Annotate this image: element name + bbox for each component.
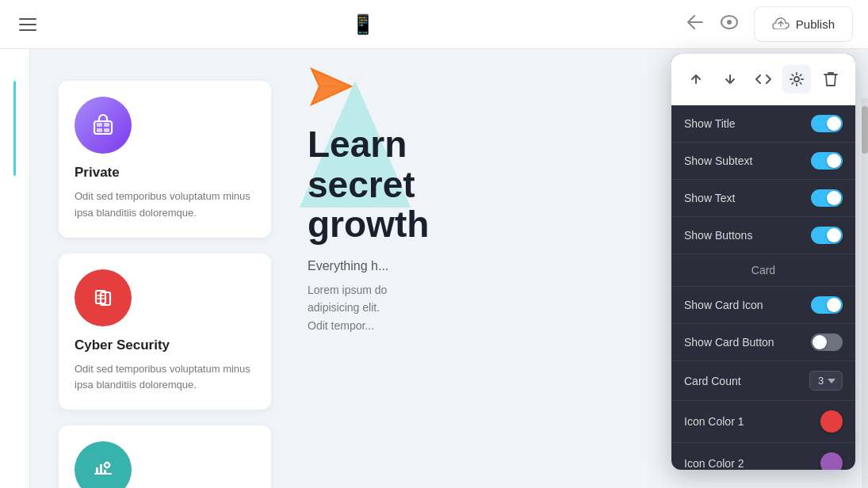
show-card-icon-row: Show Card Icon xyxy=(671,287,855,324)
show-buttons-toggle[interactable] xyxy=(811,227,843,244)
show-subtext-label: Show Subtext xyxy=(684,154,752,167)
show-card-button-row: Show Card Button xyxy=(671,324,855,361)
card-text-private: Odit sed temporibus voluptatum minus ips… xyxy=(75,189,255,222)
show-title-toggle[interactable] xyxy=(811,115,843,132)
hamburger-menu[interactable] xyxy=(16,15,40,34)
left-accent-line xyxy=(13,81,16,176)
card-cybersecurity: Cyber Security Odit sed temporibus volup… xyxy=(59,254,271,410)
svg-rect-4 xyxy=(104,123,109,127)
icon-color-2-row: Icon Color 2 xyxy=(671,443,855,470)
cloud-icon xyxy=(772,15,790,33)
card-text-cybersecurity: Odit sed temporibus voluptatum minus ips… xyxy=(75,361,255,395)
show-subtext-row: Show Subtext xyxy=(671,143,855,180)
back-icon[interactable] xyxy=(686,14,704,34)
right-scrollbar[interactable] xyxy=(862,98,868,488)
header-right: Publish xyxy=(686,7,852,41)
icon-color-1-swatch[interactable] xyxy=(820,410,843,433)
show-subtext-toggle[interactable] xyxy=(811,152,843,170)
toolbar-code[interactable] xyxy=(749,65,778,93)
header-center: 📱 xyxy=(351,13,375,36)
card-count-row: Card Count 3 1 2 4 5 xyxy=(671,361,855,401)
cards-column: Private Odit sed temporibus voluptatum m… xyxy=(46,65,284,488)
svg-rect-5 xyxy=(97,128,102,132)
icon-color-1-row: Icon Color 1 xyxy=(671,401,855,443)
show-card-button-label: Show Card Button xyxy=(684,336,774,349)
left-strip xyxy=(0,49,30,488)
toolbar-move-down[interactable] xyxy=(716,65,744,93)
settings-body: Show Title Show Subtext Show Text Show B… xyxy=(671,105,855,470)
card-private: Private Odit sed temporibus voluptatum m… xyxy=(59,81,271,238)
card-count-label: Card Count xyxy=(684,375,741,387)
show-card-icon-toggle[interactable] xyxy=(811,296,843,314)
card-title-private: Private xyxy=(75,165,255,181)
icon-color-1-label: Icon Color 1 xyxy=(684,415,744,428)
settings-toolbar xyxy=(671,54,855,105)
scrollbar-thumb[interactable] xyxy=(862,106,868,154)
icon-color-2-label: Icon Color 2 xyxy=(684,457,744,470)
card-section-label: Card xyxy=(671,254,855,287)
settings-panel: Show Title Show Subtext Show Text Show B… xyxy=(671,54,855,470)
svg-rect-3 xyxy=(97,123,102,127)
device-icon: 📱 xyxy=(351,13,375,36)
show-text-toggle[interactable] xyxy=(811,189,843,207)
header-left xyxy=(16,15,40,34)
card-title-cybersecurity: Cyber Security xyxy=(75,337,255,353)
card-count-select[interactable]: 3 1 2 4 5 xyxy=(809,371,843,391)
preview-icon[interactable] xyxy=(720,15,739,33)
header: 📱 Publish xyxy=(0,0,868,49)
card-icon-cyberindustry xyxy=(75,441,132,488)
show-title-label: Show Title xyxy=(684,117,736,130)
show-buttons-row: Show Buttons xyxy=(671,217,855,254)
icon-color-2-swatch[interactable] xyxy=(820,452,843,470)
toolbar-delete[interactable] xyxy=(816,65,845,93)
card-cyberindustry: Cyber Industry xyxy=(59,425,271,488)
show-title-row: Show Title xyxy=(671,105,855,143)
toolbar-settings[interactable] xyxy=(782,65,811,93)
publish-label: Publish xyxy=(796,17,835,31)
show-card-button-toggle[interactable] xyxy=(811,334,843,351)
publish-button[interactable]: Publish xyxy=(755,7,852,41)
show-card-icon-label: Show Card Icon xyxy=(684,299,763,311)
show-text-label: Show Text xyxy=(684,192,735,204)
svg-point-14 xyxy=(794,77,799,82)
show-buttons-label: Show Buttons xyxy=(684,229,752,242)
svg-rect-6 xyxy=(104,128,109,132)
svg-point-1 xyxy=(727,20,732,25)
card-icon-private xyxy=(75,97,132,154)
card-icon-cybersecurity xyxy=(75,269,132,326)
toolbar-move-up[interactable] xyxy=(682,65,710,93)
show-text-row: Show Text xyxy=(671,180,855,217)
